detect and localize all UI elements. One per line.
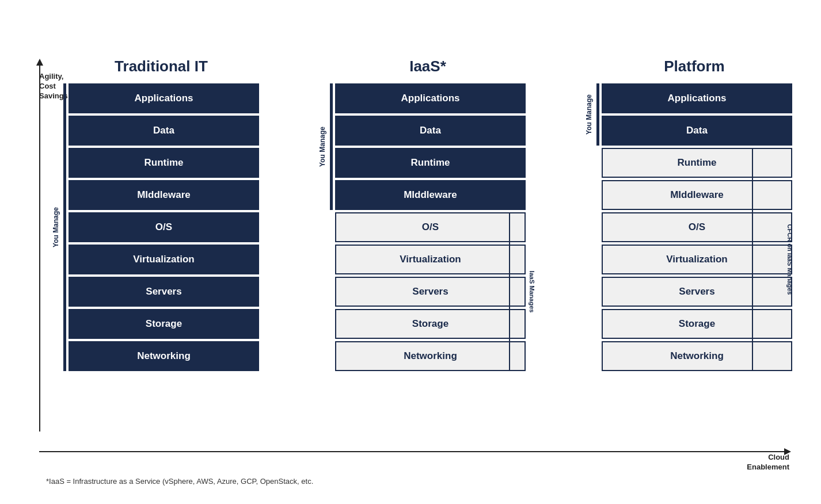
you-manage-platform-label: You Manage	[569, 83, 609, 146]
platform-item-0: Applications	[602, 83, 792, 113]
x-axis-label: Cloud Enablement	[747, 453, 789, 472]
iaas-item-7: Storage	[335, 309, 526, 339]
cfcr-manages-text: CFCR on IaaS Manages	[787, 224, 794, 295]
x-axis	[39, 451, 786, 452]
iaas-item-6: Servers	[335, 277, 526, 307]
iaas-item-2: Runtime	[335, 148, 526, 178]
cfcr-manages-line	[752, 148, 753, 371]
you-manage-trad-text: You Manage	[52, 207, 60, 247]
iaas-item-0: Applications	[335, 83, 526, 113]
footnote: *IaaS = Infrastructure as a Service (vSp…	[46, 477, 313, 486]
iaas-item-1: Data	[335, 116, 526, 146]
trad-item-5: Virtualization	[69, 245, 259, 274]
iaas-manages-line	[509, 212, 510, 371]
you-manage-iaas-label: You Manage	[302, 83, 343, 210]
trad-item-2: Runtime	[69, 148, 259, 178]
platform-item-1: Data	[602, 116, 792, 146]
iaas-title: IaaS*	[409, 58, 446, 75]
iaas-manages-bracket: IaaS Manages	[509, 212, 553, 371]
column-iaas: IaaS* You Manage Applications Data Runti…	[330, 58, 526, 371]
trad-item-0: Applications	[69, 83, 259, 113]
column-platform: Platform You Manage Applications Data Ru…	[596, 58, 792, 371]
you-manage-trad-label: You Manage	[36, 83, 76, 371]
iaas-item-8: Networking	[335, 341, 526, 371]
iaas-manages-text: IaaS Manages	[529, 271, 536, 313]
trad-item-8: Networking	[69, 341, 259, 371]
columns-container: Traditional IT You Manage Applications D…	[63, 58, 792, 444]
trad-item-1: Data	[69, 116, 259, 146]
trad-item-7: Storage	[69, 309, 259, 339]
iaas-item-3: MIddleware	[335, 180, 526, 210]
iaas-item-5: Virtualization	[335, 245, 526, 274]
iaas-item-4: O/S	[335, 212, 526, 242]
traditional-it-title: Traditional IT	[115, 58, 208, 75]
cfcr-manages-bracket: CFCR on IaaS Manages	[752, 148, 821, 371]
trad-item-4: O/S	[69, 212, 259, 242]
main-container: Agility, Cost Savings Cloud Enablement *…	[0, 0, 821, 504]
platform-title: Platform	[664, 58, 724, 75]
trad-stack: Applications Data Runtime MIddleware O/S…	[69, 83, 259, 371]
you-manage-platform-text: You Manage	[585, 94, 593, 135]
iaas-stack: Applications Data Runtime MIddleware O/S…	[335, 83, 526, 371]
you-manage-iaas-text: You Manage	[318, 127, 326, 167]
trad-item-3: MIddleware	[69, 180, 259, 210]
column-traditional-it: Traditional IT You Manage Applications D…	[63, 58, 259, 371]
trad-item-6: Servers	[69, 277, 259, 307]
